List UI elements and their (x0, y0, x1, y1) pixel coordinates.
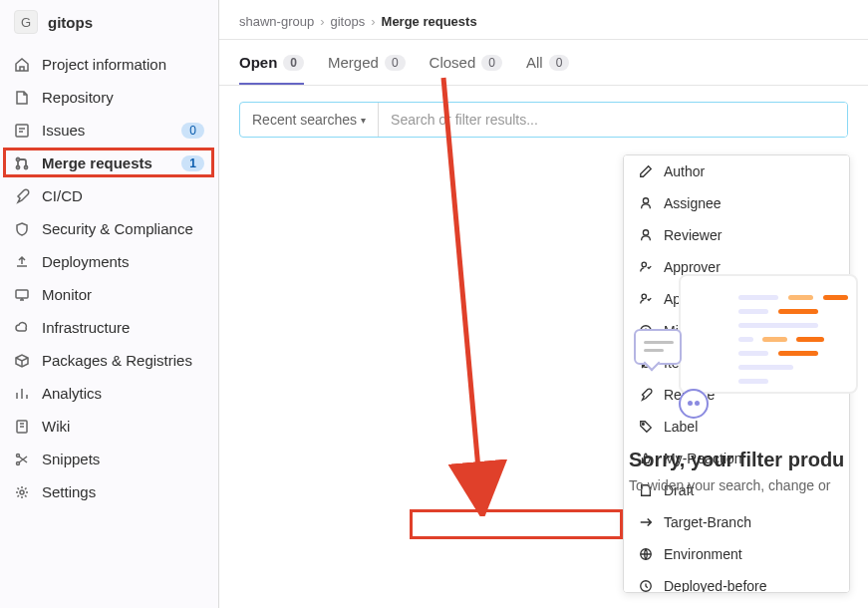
tab-badge: 0 (283, 55, 304, 71)
tab-open[interactable]: Open 0 (239, 40, 304, 85)
sidebar-item-label: Packages & Registries (42, 352, 204, 369)
sidebar: G gitops Project information Repository … (0, 0, 219, 608)
user-icon (638, 227, 654, 243)
sidebar-item-wiki[interactable]: Wiki (0, 410, 218, 443)
sidebar-item-settings[interactable]: Settings (0, 475, 218, 508)
breadcrumb-project[interactable]: gitops (331, 14, 366, 29)
sidebar-header: G gitops (0, 0, 218, 44)
svg-point-3 (25, 165, 28, 168)
arrow-right-icon (638, 514, 654, 530)
filter-environment[interactable]: Environment (624, 538, 849, 570)
pencil-icon (638, 163, 654, 179)
scissors-icon (14, 452, 30, 467)
svg-rect-0 (16, 125, 28, 137)
monitor-icon (14, 287, 30, 303)
filter-label: Assignee (664, 195, 722, 211)
sidebar-item-packages[interactable]: Packages & Registries (0, 344, 218, 377)
issues-icon (14, 123, 30, 139)
filter-reviewer[interactable]: Reviewer (624, 219, 849, 251)
tab-label: All (526, 54, 543, 71)
recent-searches-button[interactable]: Recent searches ▾ (240, 103, 379, 137)
sidebar-item-infrastructure[interactable]: Infrastructure (0, 311, 218, 344)
shield-icon (14, 221, 30, 237)
home-icon (14, 57, 30, 73)
filter-target-branch[interactable]: Target-Branch (624, 506, 849, 538)
tab-merged[interactable]: Merged 0 (328, 40, 406, 85)
sidebar-item-label: Repository (42, 89, 204, 106)
breadcrumb-group[interactable]: shawn-group (239, 14, 314, 29)
tab-label: Merged (328, 54, 379, 71)
chart-icon (14, 386, 30, 402)
environment-icon (638, 546, 654, 562)
sidebar-item-label: Monitor (42, 286, 204, 303)
svg-rect-4 (16, 290, 28, 298)
project-avatar: G (14, 10, 38, 34)
svg-point-1 (17, 157, 20, 160)
sidebar-item-label: Merge requests (42, 154, 169, 171)
filter-assignee[interactable]: Assignee (624, 187, 849, 219)
mr-tabs: Open 0 Merged 0 Closed 0 All 0 (219, 40, 868, 86)
rocket-icon (14, 188, 30, 204)
svg-point-8 (20, 490, 24, 494)
sidebar-item-repository[interactable]: Repository (0, 81, 218, 114)
svg-point-10 (643, 230, 648, 235)
recent-searches-label: Recent searches (252, 112, 357, 128)
filter-author[interactable]: Author (624, 155, 849, 187)
sidebar-item-label: Project information (42, 56, 204, 73)
filter-label: Environment (664, 546, 742, 562)
breadcrumb-page: Merge requests (382, 14, 477, 29)
breadcrumb: shawn-group › gitops › Merge requests (219, 0, 868, 40)
tab-closed[interactable]: Closed 0 (430, 40, 502, 85)
user-icon (638, 195, 654, 211)
sidebar-item-project-info[interactable]: Project information (0, 48, 218, 81)
main-content: shawn-group › gitops › Merge requests Op… (219, 0, 868, 608)
sidebar-item-snippets[interactable]: Snippets (0, 443, 218, 475)
tab-all[interactable]: All 0 (526, 40, 569, 85)
tab-badge: 0 (385, 55, 406, 71)
upload-icon (14, 254, 30, 270)
sidebar-item-label: Settings (42, 483, 204, 500)
empty-title: Sorry, your filter produ (629, 449, 868, 471)
filter-label: Target-Branch (664, 514, 751, 530)
cloud-icon (14, 320, 30, 336)
empty-state: Sorry, your filter produ To widen your s… (629, 249, 868, 493)
sidebar-item-cicd[interactable]: CI/CD (0, 179, 218, 212)
breadcrumb-sep: › (371, 14, 375, 29)
file-icon (14, 90, 30, 106)
sidebar-item-deployments[interactable]: Deployments (0, 245, 218, 278)
svg-point-9 (643, 198, 648, 203)
merge-icon (14, 155, 30, 171)
svg-point-2 (17, 165, 20, 168)
project-name: gitops (48, 14, 93, 31)
filter-label: Reviewer (664, 227, 722, 243)
sidebar-nav: Project information Repository Issues 0 … (0, 44, 218, 512)
sidebar-item-security[interactable]: Security & Compliance (0, 212, 218, 245)
sidebar-item-label: Wiki (42, 418, 204, 435)
tab-label: Closed (430, 54, 476, 71)
sidebar-item-label: Snippets (42, 451, 204, 467)
tab-badge: 0 (549, 55, 570, 71)
sidebar-item-issues[interactable]: Issues 0 (0, 114, 218, 147)
filter-deployed-before[interactable]: Deployed-before (624, 570, 849, 593)
book-icon (14, 419, 30, 435)
tab-label: Open (239, 54, 277, 71)
clock-icon (638, 578, 654, 593)
empty-subtitle: To widen your search, change or (629, 477, 868, 493)
sidebar-item-monitor[interactable]: Monitor (0, 278, 218, 311)
sidebar-item-label: Deployments (42, 253, 204, 270)
sidebar-item-label: Infrastructure (42, 319, 204, 336)
sidebar-item-analytics[interactable]: Analytics (0, 377, 218, 410)
sidebar-badge: 0 (181, 123, 204, 139)
sidebar-item-merge-requests[interactable]: Merge requests 1 (0, 147, 218, 179)
package-icon (14, 353, 30, 369)
search-bar: Recent searches ▾ (239, 102, 848, 138)
sidebar-item-label: Issues (42, 122, 169, 139)
search-input[interactable] (379, 103, 847, 137)
chevron-down-icon: ▾ (361, 115, 366, 126)
breadcrumb-sep: › (320, 14, 324, 29)
sidebar-item-label: CI/CD (42, 187, 204, 204)
tab-badge: 0 (481, 55, 502, 71)
sidebar-item-label: Analytics (42, 385, 204, 402)
sidebar-item-label: Security & Compliance (42, 220, 204, 237)
filter-label: Deployed-before (664, 578, 767, 593)
